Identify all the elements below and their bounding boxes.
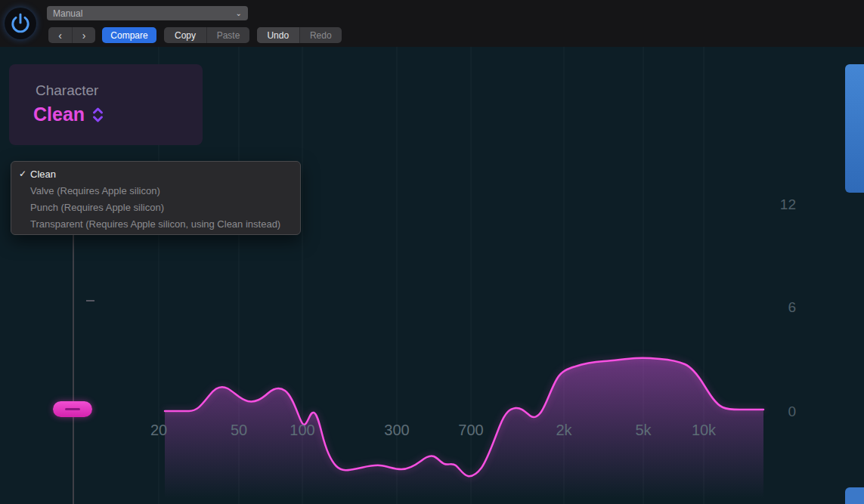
updown-chevron-icon	[91, 107, 104, 123]
checkmark-icon: ✓	[19, 169, 30, 179]
chevron-down-icon: ⌄	[236, 10, 242, 17]
compare-button[interactable]: Compare	[102, 27, 156, 43]
undo-button[interactable]: Undo	[257, 27, 299, 43]
copy-paste-group: Copy Paste	[164, 27, 249, 43]
paste-button[interactable]: Paste	[206, 27, 249, 43]
band-slider-strip-top[interactable]	[845, 64, 864, 193]
character-menu: ✓ Clean Valve (Requires Apple silicon) P…	[11, 161, 301, 235]
menu-item-clean[interactable]: ✓ Clean	[11, 165, 300, 182]
gain-slider-tick	[86, 300, 94, 301]
gain-slider-handle[interactable]	[53, 401, 92, 417]
redo-button[interactable]: Redo	[299, 27, 342, 43]
preset-select-value: Manual	[53, 8, 82, 19]
menu-item-transparent[interactable]: Transparent (Requires Apple silicon, usi…	[11, 215, 300, 232]
menu-item-valve[interactable]: Valve (Requires Apple silicon)	[11, 182, 300, 199]
gain-slider-track[interactable]	[73, 235, 74, 504]
preset-forward-button[interactable]: ›	[72, 27, 95, 43]
undo-redo-group: Undo Redo	[257, 27, 342, 43]
power-icon	[8, 11, 33, 36]
preset-nav-group: ‹ ›	[48, 27, 95, 43]
gain-slider-grip	[65, 408, 80, 410]
character-label: Character	[36, 82, 98, 99]
toolbar: Manual ⌄ ‹ › Compare Copy Paste Undo Red…	[0, 0, 864, 47]
menu-item-punch[interactable]: Punch (Requires Apple silicon)	[11, 199, 300, 215]
preset-select[interactable]: Manual ⌄	[47, 6, 248, 20]
character-value-text: Clean	[33, 104, 85, 125]
character-value-dropdown[interactable]: Clean	[33, 104, 104, 125]
preset-back-button[interactable]: ‹	[48, 27, 72, 43]
band-slider-strip-bottom[interactable]	[845, 487, 864, 504]
eq-fill-path	[165, 358, 763, 504]
character-panel[interactable]: Character Clean	[9, 64, 203, 145]
copy-button[interactable]: Copy	[164, 27, 206, 43]
power-button[interactable]	[5, 8, 36, 39]
